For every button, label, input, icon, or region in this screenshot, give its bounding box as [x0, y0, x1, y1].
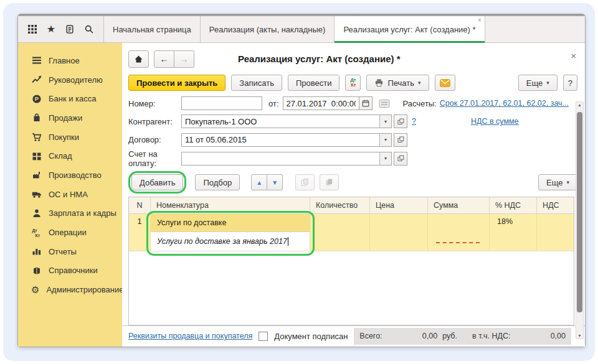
sidebar-item-warehouse[interactable]: Склад [18, 146, 122, 166]
ruble-coin-icon: P [31, 94, 42, 104]
vat-total-label: в т.ч. НДС: [472, 332, 510, 340]
counterparty-help-link[interactable]: ? [412, 117, 416, 126]
tab-close-icon[interactable]: × [478, 17, 482, 24]
send-email-button[interactable] [435, 75, 455, 91]
svg-text:Кт: Кт [35, 233, 40, 237]
table-header: N Номенклатура Количество Цена Сумма % Н… [129, 197, 574, 214]
sidebar-item-administration[interactable]: ⚙ Администрирование [18, 280, 122, 299]
post-button[interactable]: Провести [288, 75, 340, 91]
tab-service-act-active[interactable]: Реализация услуг: Акт (создание) * × [334, 16, 484, 42]
show-postings-button[interactable]: ДтКт [345, 75, 361, 91]
document-form: ← → Реализация услуг: Акт (создание) * ×… [122, 43, 585, 347]
main-menu-icon[interactable] [27, 24, 37, 34]
move-up-button[interactable]: ▲ [251, 174, 267, 190]
contract-input[interactable] [182, 134, 379, 146]
tab-sales-documents[interactable]: Реализация (акты, накладные) [200, 16, 335, 42]
person-icon [31, 208, 42, 218]
sidebar-item-bank-cash[interactable]: P Банк и касса [18, 89, 122, 108]
more-button[interactable]: Еще ▾ [518, 75, 558, 91]
sidebar-item-fixed-assets[interactable]: ОС и НМА [18, 185, 122, 204]
add-row-button[interactable]: Добавить [131, 174, 183, 190]
payments-link[interactable]: Срок 27.01.2017, 62.01, 62.02, зач... [440, 99, 569, 108]
cell-vat[interactable] [536, 214, 574, 251]
contract-row: Договор: ▾ [128, 133, 577, 146]
back-button[interactable]: ← [154, 50, 174, 68]
sidebar-item-sales[interactable]: Продажи [18, 108, 122, 128]
invoice-row: Счет на оплату: ▾ [128, 151, 577, 166]
dropdown-caret-icon[interactable]: ▾ [379, 115, 391, 128]
col-header-nomenclature[interactable]: Номенклатура [150, 197, 310, 213]
history-icon[interactable] [65, 24, 75, 34]
move-down-button[interactable]: ▼ [267, 174, 283, 190]
help-button[interactable]: ? [563, 75, 577, 91]
invoice-combo: ▾ [181, 152, 392, 166]
table-more-button[interactable]: Еще ▾ [538, 174, 577, 190]
cell-sum[interactable] [427, 214, 489, 251]
system-panel: ★ [18, 14, 103, 42]
cell-nomenclature[interactable]: Услуги по доставке Услуги по доставке за… [150, 214, 310, 251]
col-header-sum[interactable]: Сумма [427, 197, 489, 213]
col-header-quantity[interactable]: Количество [310, 197, 369, 213]
form-close-icon[interactable]: × [571, 50, 576, 61]
nomenclature-edit-field[interactable]: Услуги по доставке за январь 2017 [151, 231, 310, 251]
search-icon[interactable] [84, 24, 94, 34]
contract-combo: ▾ [181, 133, 392, 147]
favorites-star-icon[interactable]: ★ [47, 24, 55, 34]
scroll-down-icon[interactable]: ▼ [576, 334, 583, 338]
total-label: Всего: [359, 332, 382, 340]
counterparty-label: Контрагент: [128, 117, 181, 126]
requisites-link[interactable]: Реквизиты продавца и покупателя [128, 332, 252, 340]
document-signed-label: Документ подписан [274, 332, 348, 341]
debit-credit-icon: ДтКт [31, 228, 42, 238]
tab-bar: ★ Начальная страница Реализация (акты, н… [18, 14, 585, 43]
open-counterparty-button[interactable] [394, 114, 407, 128]
save-button[interactable]: Записать [231, 75, 282, 91]
sidebar-item-reports[interactable]: Отчеты [18, 242, 122, 261]
gear-icon: ⚙ [31, 285, 39, 294]
paste-row-button[interactable] [320, 174, 339, 190]
form-footer: Реквизиты продавца и покупателя Документ… [122, 325, 585, 347]
move-row-group: ▲ ▼ [251, 174, 283, 190]
open-invoice-button[interactable] [394, 152, 407, 166]
copy-row-button[interactable] [295, 174, 315, 190]
sidebar-item-main[interactable]: Главное [18, 51, 122, 70]
col-header-n[interactable]: N [129, 197, 150, 213]
dropdown-caret-icon[interactable]: ▾ [379, 152, 391, 165]
pick-button[interactable]: Подбор [195, 174, 240, 190]
table-row[interactable]: 1 Услуги по доставке Услуги по доставке … [129, 214, 574, 251]
table-empty-area [129, 251, 574, 325]
table-command-bar: Добавить Подбор ▲ ▼ Еще ▾ [128, 173, 577, 192]
col-header-vat-percent[interactable]: % НДС [489, 197, 536, 213]
forward-button[interactable]: → [174, 50, 194, 68]
sidebar-item-salary-hr[interactable]: Зарплата и кадры [18, 204, 122, 223]
open-contract-button[interactable] [394, 133, 407, 147]
dropdown-caret-icon[interactable]: ▾ [379, 134, 391, 146]
invoice-input[interactable] [182, 152, 379, 165]
date-input[interactable] [283, 96, 359, 110]
document-journal-icon[interactable] [379, 99, 390, 108]
sidebar-item-operations[interactable]: ДтКт Операции [18, 223, 122, 242]
vat-in-total-link[interactable]: НДС в сумме [471, 117, 519, 126]
tab-home-page[interactable]: Начальная страница [103, 16, 200, 42]
col-header-price[interactable]: Цена [369, 197, 427, 213]
sidebar-item-directories[interactable]: Справочники [18, 261, 122, 281]
cell-price[interactable] [369, 214, 427, 251]
vertical-scrollbar[interactable]: ▲ ▼ [576, 101, 584, 339]
sidebar-item-purchases[interactable]: Покупки [18, 128, 122, 147]
sidebar-item-production[interactable]: Производство [18, 166, 122, 185]
scroll-up-icon[interactable]: ▲ [576, 103, 583, 107]
counterparty-input[interactable] [182, 115, 379, 128]
cell-vat-percent[interactable]: 18% [489, 214, 536, 251]
nomenclature-value: Услуги по доставке [151, 214, 310, 231]
scrollbar-thumb[interactable] [577, 112, 582, 312]
col-header-vat[interactable]: НДС [536, 197, 574, 213]
home-button[interactable] [128, 50, 149, 68]
chevron-down-icon: ▾ [546, 80, 549, 86]
number-input[interactable] [181, 96, 262, 110]
sidebar-item-manager[interactable]: Руководителю [18, 70, 122, 90]
cell-quantity[interactable] [310, 214, 369, 251]
document-signed-checkbox[interactable] [259, 332, 268, 341]
calendar-button[interactable] [359, 96, 373, 110]
print-button[interactable]: Печать ▾ [366, 75, 429, 91]
post-and-close-button[interactable]: Провести и закрыть [128, 75, 225, 91]
